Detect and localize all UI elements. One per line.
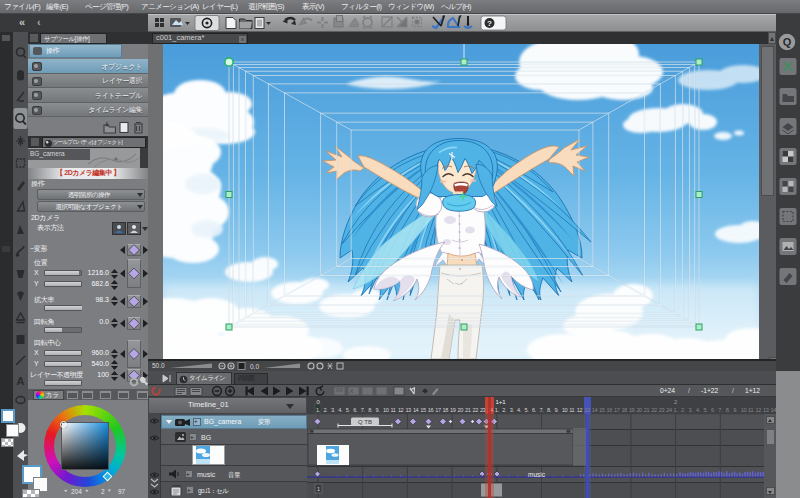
svg-text:21: 21 xyxy=(644,407,650,413)
svg-text:17: 17 xyxy=(614,407,620,413)
svg-text:19: 19 xyxy=(629,407,635,413)
svg-text:music: music xyxy=(528,471,546,478)
svg-text:14: 14 xyxy=(413,407,419,413)
svg-text:11: 11 xyxy=(748,407,753,413)
svg-text:13: 13 xyxy=(405,407,411,413)
svg-text:11: 11 xyxy=(569,407,574,413)
svg-text:21: 21 xyxy=(465,407,471,413)
svg-text:18: 18 xyxy=(621,407,627,413)
svg-text:13: 13 xyxy=(584,407,590,413)
svg-text:Q: Q xyxy=(783,36,792,48)
svg-text:23: 23 xyxy=(659,407,665,413)
svg-text:Q TB: Q TB xyxy=(358,419,372,425)
svg-text:19: 19 xyxy=(450,407,456,413)
svg-text:16: 16 xyxy=(428,407,434,413)
svg-text:10: 10 xyxy=(562,407,568,413)
svg-text:A: A xyxy=(17,375,25,387)
svg-text:13: 13 xyxy=(763,407,769,413)
svg-text:17: 17 xyxy=(435,407,441,413)
svg-text:12: 12 xyxy=(756,407,762,413)
svg-text:15: 15 xyxy=(420,407,426,413)
svg-text:14: 14 xyxy=(592,407,598,413)
svg-text:22: 22 xyxy=(473,407,479,413)
svg-text:10: 10 xyxy=(383,407,389,413)
svg-text:16: 16 xyxy=(607,407,613,413)
svg-text:15: 15 xyxy=(599,407,605,413)
svg-text:?: ? xyxy=(487,19,492,28)
svg-text:20: 20 xyxy=(636,407,642,413)
svg-text:22: 22 xyxy=(651,407,657,413)
svg-text:1+1: 1+1 xyxy=(496,399,507,405)
svg-text:0.0: 0.0 xyxy=(250,363,259,370)
svg-text:20: 20 xyxy=(458,407,464,413)
svg-text:11: 11 xyxy=(391,407,396,413)
svg-text:1: 1 xyxy=(317,486,320,492)
svg-text:24: 24 xyxy=(666,407,672,413)
svg-text:18: 18 xyxy=(443,407,449,413)
svg-text:12: 12 xyxy=(398,407,404,413)
svg-text:10: 10 xyxy=(741,407,747,413)
svg-text:12: 12 xyxy=(577,407,583,413)
